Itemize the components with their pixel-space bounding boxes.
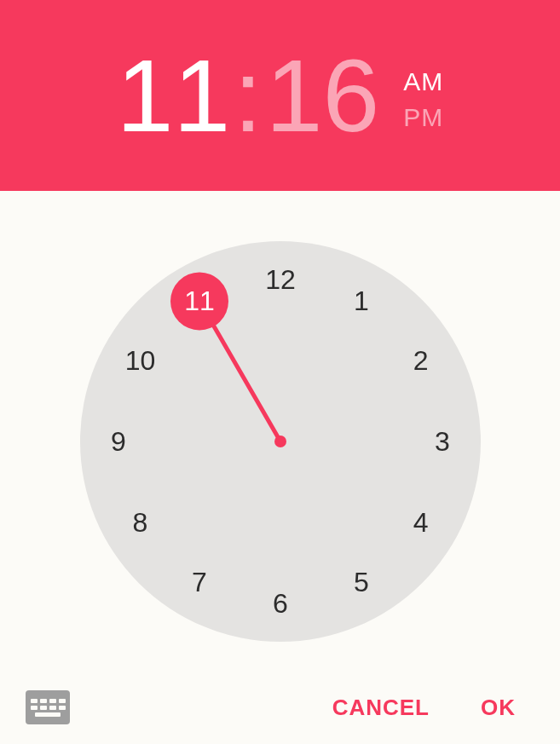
hours-value[interactable]: 11	[117, 44, 230, 147]
dialog-footer: CANCEL OK	[0, 671, 560, 744]
ok-button[interactable]: OK	[462, 686, 534, 730]
minutes-value[interactable]: 16	[266, 44, 379, 147]
cancel-button[interactable]: CANCEL	[314, 686, 448, 730]
clock-hour-4[interactable]: 4	[413, 507, 428, 538]
clock-hour-9[interactable]: 9	[111, 426, 126, 457]
clock-hour-1[interactable]: 1	[354, 285, 369, 316]
clock-hour-7[interactable]: 7	[192, 566, 207, 597]
clock-hour-2[interactable]: 2	[413, 345, 428, 376]
time-display: 11 : 16 AM PM	[117, 44, 443, 147]
svg-point-3	[274, 435, 286, 447]
keyboard-icon	[31, 699, 66, 717]
clock-hour-10[interactable]: 10	[124, 345, 155, 376]
clock-hour-6[interactable]: 6	[273, 588, 288, 619]
time-colon: :	[234, 44, 262, 147]
clock-hour-3[interactable]: 3	[435, 426, 450, 457]
clock-hour-11[interactable]: 11	[184, 285, 215, 316]
ampm-toggle: AM PM	[403, 64, 443, 136]
clock-hour-12[interactable]: 12	[265, 264, 296, 295]
clock-hour-8[interactable]: 8	[132, 507, 147, 538]
clock-hour-5[interactable]: 5	[354, 566, 369, 597]
keyboard-input-button[interactable]	[26, 690, 70, 724]
time-picker-header: 11 : 16 AM PM	[0, 0, 560, 191]
analog-clock[interactable]: 121234567891011	[76, 237, 485, 646]
pm-option[interactable]: PM	[403, 100, 443, 136]
clock-area: 121234567891011	[0, 191, 560, 671]
am-option[interactable]: AM	[403, 64, 443, 100]
